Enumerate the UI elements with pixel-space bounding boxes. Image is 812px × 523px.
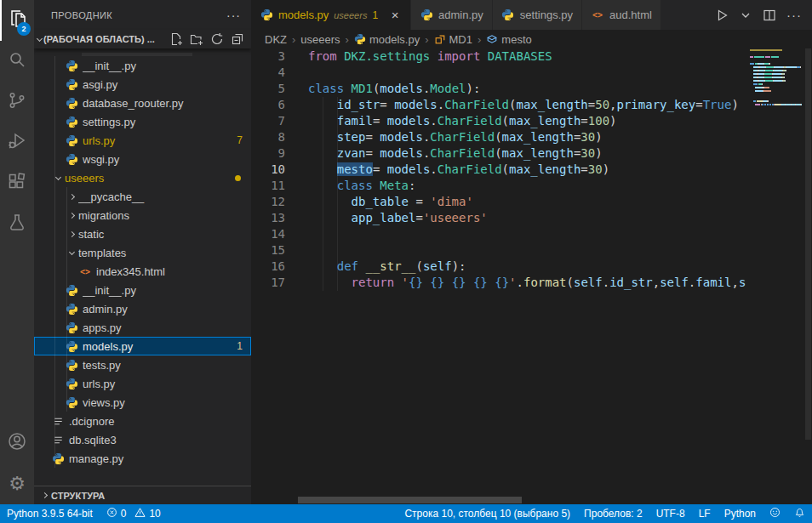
indent-guide (323, 129, 323, 145)
explorer-title: ПРОВОДНИК (51, 10, 226, 20)
line-number[interactable]: 13 (251, 210, 298, 226)
tab-settings-py[interactable]: settings.py (493, 0, 582, 30)
status-problems[interactable]: 010 (100, 504, 168, 523)
tree-file-db-sqlite3[interactable]: db.sqlite3 (34, 430, 251, 449)
horizontal-scrollbar[interactable] (298, 497, 522, 503)
code-line[interactable]: 10 mesto= models.CharField(max_length=30… (251, 162, 747, 178)
status-notifications[interactable] (787, 504, 812, 523)
code-line-text: class MD1(models.Model): (298, 81, 747, 97)
status-indentation[interactable]: Пробелов: 2 (577, 504, 649, 523)
tree-item-label: __init__.py (83, 60, 251, 72)
status-eol[interactable]: LF (692, 504, 718, 523)
testing-icon (7, 213, 27, 236)
breadcrumb-models-py[interactable]: models.py (354, 33, 420, 46)
tree-file-urls-py[interactable]: urls.py7 (34, 131, 251, 150)
code-editor[interactable]: 3from DKZ.settings import DATABASES45cla… (251, 48, 747, 504)
activitybar-account[interactable] (0, 423, 34, 463)
new-file-icon[interactable] (169, 32, 183, 46)
tree-folder-useeers[interactable]: useeers (34, 168, 251, 187)
line-number[interactable]: 3 (251, 48, 298, 65)
collapse-all-icon[interactable] (231, 32, 244, 46)
tree-file-manage-py[interactable]: manage.py (34, 449, 251, 468)
status-label: Пробелов: 2 (584, 508, 643, 520)
workspace-section-header[interactable]: (РАБОЧАЯ ОБЛАСТЬ) ... (34, 30, 251, 48)
tree-file-settings-py[interactable]: settings.py (34, 112, 251, 131)
tree-file--dcignore[interactable]: .dcignore (34, 412, 251, 430)
breadcrumb-useeers[interactable]: useeers (300, 33, 340, 46)
close-icon[interactable]: × (388, 8, 402, 22)
refresh-icon[interactable] (210, 32, 224, 46)
line-number[interactable]: 10 (251, 162, 298, 178)
breadcrumb-dkz[interactable]: DKZ (265, 33, 287, 46)
code-line[interactable]: 4 (251, 65, 747, 81)
tree-item-label: settings.py (83, 116, 251, 128)
line-number[interactable]: 6 (251, 97, 298, 113)
outline-section-header[interactable]: СТРУКТУРА (34, 486, 251, 504)
tree-file-wsgi-py[interactable]: wsgi.py (34, 150, 251, 168)
activitybar-search[interactable] (0, 41, 34, 82)
tree-file--init-py[interactable]: __init__.py (34, 56, 251, 75)
line-number[interactable]: 17 (251, 275, 298, 291)
tab-models-py[interactable]: models.pyuseeers1× (251, 0, 411, 30)
minimap-line (750, 97, 803, 99)
code-line[interactable]: 15 (251, 242, 747, 259)
split-editor-icon[interactable] (763, 9, 776, 22)
line-number[interactable]: 4 (251, 65, 298, 81)
run-dropdown-icon[interactable] (739, 9, 752, 22)
tree-file-asgi-py[interactable]: asgi.py (34, 75, 251, 94)
code-line-text (298, 226, 747, 242)
status-encoding[interactable]: UTF-8 (649, 504, 692, 523)
code-line[interactable]: 8 step= models.CharField(max_length=30) (251, 129, 747, 145)
tabbar-empty-space (661, 0, 705, 30)
activitybar-run-debug[interactable] (0, 122, 34, 163)
search-icon (7, 49, 27, 73)
line-number[interactable]: 14 (251, 226, 298, 242)
code-line[interactable]: 6 id_str= models.CharField(max_length=50… (251, 97, 747, 113)
minimap-line (750, 100, 803, 102)
line-number[interactable]: 16 (251, 259, 298, 275)
activitybar-explorer[interactable]: 2 (0, 0, 34, 41)
activitybar-extensions[interactable] (0, 163, 34, 204)
python-file-icon (65, 96, 78, 110)
status-cursor-position[interactable]: Строка 10, столбец 10 (выбрано 5) (397, 504, 577, 523)
code-line-text: def __str__(self): (298, 259, 747, 275)
tree-file-database-roouter-py[interactable]: database_roouter.py (34, 94, 251, 112)
run-icon[interactable] (715, 9, 729, 22)
chevron-down-icon (51, 177, 65, 179)
minimap[interactable] (747, 48, 804, 504)
code-line[interactable]: 3from DKZ.settings import DATABASES (251, 48, 747, 65)
more-actions-icon[interactable]: ··· (226, 9, 241, 22)
activitybar-testing[interactable] (0, 204, 34, 245)
code-line[interactable]: 11 class Meta: (251, 178, 747, 194)
activitybar-settings[interactable]: ⚙ (0, 463, 34, 504)
line-number[interactable]: 9 (251, 145, 298, 162)
code-line[interactable]: 7 famil= models.CharField(max_length=100… (251, 113, 747, 129)
code-line[interactable]: 16 def __str__(self): (251, 259, 747, 275)
vertical-scrollbar[interactable] (804, 48, 812, 504)
code-line[interactable]: 9 zvan= models.CharField(max_length=30) (251, 145, 747, 162)
breadcrumb-md1[interactable]: MD1 (434, 33, 472, 46)
activitybar-source-control[interactable] (0, 82, 34, 122)
indent-guide (66, 187, 67, 412)
status-language-mode[interactable]: Python (718, 504, 763, 523)
code-line[interactable]: 13 app_label='useeers' (251, 210, 747, 226)
new-folder-icon[interactable] (190, 32, 203, 46)
line-number[interactable]: 12 (251, 194, 298, 210)
status-python-version[interactable]: Python 3.9.5 64-bit (0, 504, 100, 523)
line-number[interactable]: 15 (251, 242, 298, 259)
line-number[interactable]: 7 (251, 113, 298, 129)
more-actions-button[interactable]: ··· (786, 8, 802, 22)
code-line[interactable]: 5class MD1(models.Model): (251, 81, 747, 97)
line-number[interactable]: 8 (251, 129, 298, 145)
breadcrumb-mesto[interactable]: mesto (486, 33, 531, 46)
code-line[interactable]: 17 return '{} {} {} {} {}'.format(self.i… (251, 275, 747, 291)
code-line[interactable]: 14 (251, 226, 747, 242)
tab-aud-html[interactable]: <>aud.html (582, 0, 661, 30)
line-number[interactable]: 5 (251, 81, 298, 97)
code-line[interactable]: 12 db_table = 'dima' (251, 194, 747, 210)
status-feedback[interactable] (763, 504, 787, 523)
file-tree: __init__.pyasgi.pydatabase_roouter.pyset… (34, 48, 251, 468)
tab-admin-py[interactable]: admin.py (411, 0, 493, 30)
activity-bar: 2 ⚙ (0, 0, 34, 504)
line-number[interactable]: 11 (251, 178, 298, 194)
